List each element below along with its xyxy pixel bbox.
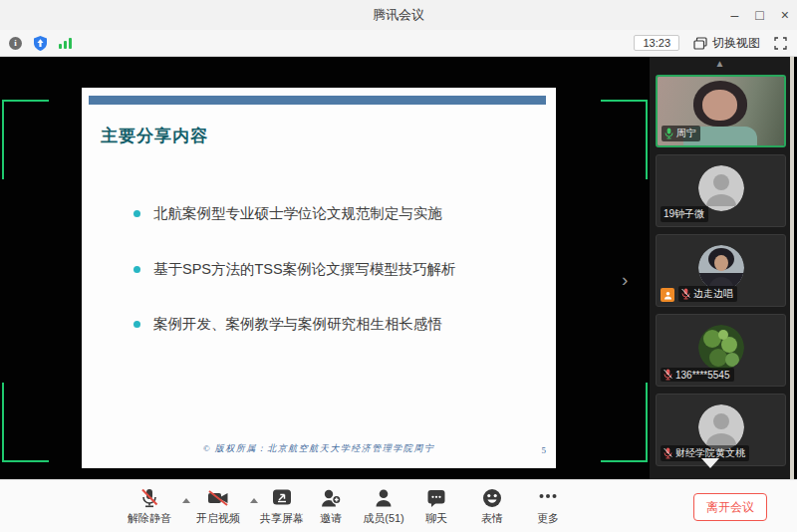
share-frame-corner-icon	[2, 100, 49, 179]
status-bar: i 13:23 切换视图	[0, 30, 797, 57]
bullet-dot-icon	[133, 321, 140, 328]
slide-bullet: 基于SPS方法的TSS案例论文撰写模型技巧解析	[133, 260, 536, 279]
invite-icon	[319, 486, 343, 509]
switch-view-label: 切换视图	[712, 35, 760, 52]
bullet-text: 北航案例型专业硕士学位论文规范制定与实施	[153, 204, 442, 223]
status-left-group: i	[9, 30, 72, 56]
mic-on-icon	[664, 128, 673, 139]
switch-view-button[interactable]: 切换视图	[693, 35, 760, 52]
slide-header-bar	[89, 96, 546, 105]
more-button[interactable]: 更多	[528, 486, 568, 526]
minimize-button[interactable]: –	[731, 8, 739, 22]
emoji-icon	[481, 486, 503, 509]
slide-title: 主要分享内容	[101, 125, 208, 147]
avatar	[698, 165, 744, 211]
bullet-text: 案例开发、案例教学与案例研究相生相长感悟	[153, 315, 442, 334]
security-shield-icon[interactable]	[34, 36, 47, 51]
scroll-down-arrow-icon[interactable]	[701, 458, 719, 468]
bullet-dot-icon	[133, 266, 140, 273]
share-screen-icon	[271, 486, 293, 509]
sidebar-collapse-chevron[interactable]: ›	[622, 270, 628, 289]
participant-tile[interactable]: 边走边唱	[656, 234, 786, 307]
leave-meeting-button[interactable]: 离开会议	[693, 493, 767, 521]
sidebar-scrollbar[interactable]	[790, 57, 794, 479]
avatar	[698, 245, 744, 291]
participant-tile[interactable]: 周宁	[656, 75, 786, 147]
start-video-button[interactable]: 开启视频	[188, 486, 248, 526]
share-frame-corner-icon	[2, 383, 49, 462]
participant-name-label: 136****5545	[661, 368, 734, 382]
close-button[interactable]: ×	[781, 8, 789, 22]
meeting-duration: 13:23	[634, 35, 679, 51]
network-signal-icon[interactable]	[59, 37, 72, 49]
scroll-up-arrow-icon[interactable]: ▲	[650, 58, 790, 69]
unmute-button[interactable]: 解除静音	[120, 486, 179, 526]
maximize-button[interactable]: □	[755, 8, 763, 22]
presentation-slide: 主要分享内容 北航案例型专业硕士学位论文规范制定与实施 基于SPS方法的TSS案…	[82, 88, 556, 468]
bullet-text: 基于SPS方法的TSS案例论文撰写模型技巧解析	[153, 260, 456, 279]
slide-bullet: 北航案例型专业硕士学位论文规范制定与实施	[133, 204, 536, 223]
title-bar: 腾讯会议 – □ ×	[0, 0, 797, 30]
avatar	[698, 325, 744, 371]
invite-button[interactable]: 邀请	[311, 486, 351, 526]
participant-tile[interactable]: 财经学院黄文桃	[656, 394, 786, 466]
chat-button[interactable]: 聊天	[416, 486, 456, 526]
emoji-button[interactable]: 表情	[472, 486, 512, 526]
participant-name-label: 周宁	[662, 126, 700, 141]
window-controls: – □ ×	[731, 0, 789, 30]
layout-icon	[693, 37, 707, 50]
avatar	[698, 404, 744, 450]
members-button[interactable]: 成员(51)	[352, 486, 415, 526]
participant-name-label: 边走边唱	[678, 286, 737, 302]
slide-page-number: 5	[542, 445, 547, 455]
slide-bullet: 案例开发、案例教学与案例研究相生相长感悟	[133, 315, 536, 334]
members-icon	[373, 486, 395, 509]
mic-muted-icon	[138, 486, 160, 509]
chat-icon	[425, 486, 447, 509]
more-icon	[537, 486, 559, 509]
participant-sidebar: ▲ 周宁 19钟子微	[650, 57, 790, 479]
mic-muted-icon	[681, 288, 690, 300]
slide-copyright: © 版权所属：北京航空航天大学经济管理学院周宁	[82, 442, 556, 455]
share-frame-corner-icon	[601, 100, 648, 179]
share-screen-button[interactable]: 共享屏幕	[254, 486, 310, 526]
share-frame-corner-icon	[601, 383, 648, 462]
bullet-dot-icon	[133, 210, 140, 217]
camera-off-icon	[206, 486, 230, 509]
hand-raised-badge-icon	[661, 288, 674, 302]
meeting-toolbar: 解除静音 开启视频 共享屏幕 邀请 成员(51) 聊天	[0, 479, 797, 532]
participant-name-label: 19钟子微	[661, 206, 708, 222]
participant-tile[interactable]: 136****5545	[656, 314, 786, 387]
meeting-info-icon[interactable]: i	[9, 37, 22, 50]
mic-muted-icon	[664, 447, 672, 459]
app-title: 腾讯会议	[0, 0, 797, 30]
fullscreen-icon[interactable]	[774, 37, 787, 50]
shared-screen-stage: 主要分享内容 北航案例型专业硕士学位论文规范制定与实施 基于SPS方法的TSS案…	[0, 57, 650, 479]
participant-tile[interactable]: 19钟子微	[656, 154, 786, 227]
mic-muted-icon	[664, 369, 672, 381]
status-right-group: 13:23 切换视图	[634, 30, 787, 56]
